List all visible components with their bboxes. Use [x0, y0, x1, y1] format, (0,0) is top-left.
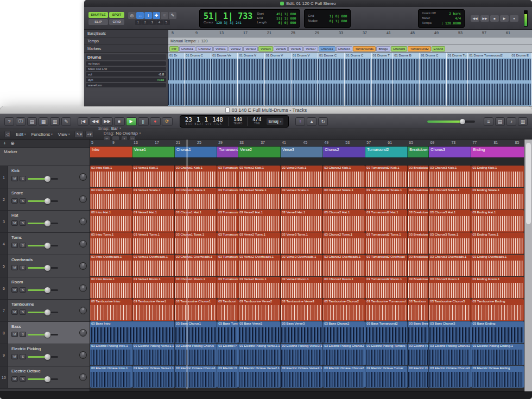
- toolbar-icon[interactable]: ▤: [27, 117, 37, 126]
- region[interactable]: 03 Tambourine Ending: [471, 299, 524, 321]
- track-volume-slider[interactable]: [28, 267, 58, 269]
- region[interactable]: 03 Intro Snare.1: [90, 188, 132, 210]
- region[interactable]: 03 Intro Kick.1: [90, 166, 132, 187]
- left-click-tool-selector[interactable]: ↖▾: [74, 131, 84, 138]
- solo-button[interactable]: S: [20, 176, 26, 181]
- zoom-preset-1-button[interactable]: 1: [135, 20, 142, 25]
- session-setup-box[interactable]: Count Off2 barsMeter4/4Tempo♩ 120.0000: [418, 9, 465, 28]
- region[interactable]: 03 Chorus1 Toms.1: [175, 232, 217, 254]
- inspector-icon[interactable]: ⓘ: [16, 117, 26, 126]
- edit-mode-slip-button[interactable]: SLIP: [88, 19, 108, 25]
- region[interactable]: 03 Turnaround2 Toms.1: [365, 232, 408, 254]
- pt-marker-verse5[interactable]: Verse5: [274, 46, 288, 52]
- pt-rewind-icon[interactable]: ◀◀: [471, 15, 479, 22]
- track-header-hat[interactable]: 3HatMS: [0, 211, 90, 233]
- region[interactable]: 03 Chorus3 Snare.1: [429, 188, 471, 210]
- region[interactable]: 03 Chorus2 Kick.1: [323, 166, 365, 187]
- solo-button[interactable]: S: [20, 265, 26, 270]
- edit-mode-spot-button[interactable]: SPOT: [109, 12, 124, 18]
- arrangement-section-chorus2[interactable]: Chorus2: [323, 147, 365, 157]
- track-output[interactable]: Main Out L/R: [88, 67, 107, 71]
- metronome-icon[interactable]: ▲: [307, 117, 316, 126]
- mute-button[interactable]: M: [11, 376, 18, 382]
- region[interactable]: 03 Chorus1 Snare.1: [175, 188, 217, 210]
- region[interactable]: 03 Turnaround2 Kick.1: [365, 166, 408, 187]
- region[interactable]: 03 Verse3 Room.1: [281, 277, 323, 299]
- region[interactable]: 03 Verse1 Room.1: [132, 277, 175, 299]
- arrangement-section-verse3[interactable]: Verse3: [281, 147, 323, 157]
- arrangement-section-verse1[interactable]: Verse1: [132, 147, 175, 157]
- region[interactable]: 03 Electric Picking Chorus: [175, 344, 217, 365]
- track-header-room[interactable]: 6RoomMS: [0, 277, 90, 300]
- region[interactable]: 03 Electric Octave Verse2.1: [238, 366, 281, 388]
- volume-knob[interactable]: [45, 354, 50, 360]
- playhead[interactable]: [187, 140, 187, 389]
- pt-marker-verse7[interactable]: Verse7: [303, 46, 318, 52]
- region[interactable]: 03 Electric Octave Verse3.1: [281, 366, 323, 388]
- pan-knob[interactable]: [79, 173, 87, 181]
- mute-button[interactable]: M: [11, 265, 18, 270]
- region[interactable]: 03 Verse2 Hat.1: [238, 210, 281, 232]
- region[interactable]: 03 Tambourine Chorus1: [175, 299, 217, 321]
- track-header-electric-picking[interactable]: 9Electric PickingMS: [0, 344, 90, 366]
- volume-knob[interactable]: [45, 332, 50, 338]
- track-volume-slider[interactable]: [28, 200, 58, 202]
- region[interactable]: 03 Turnaroun: [217, 255, 238, 276]
- mute-button[interactable]: M: [11, 176, 18, 181]
- arrangement-section-breakdown[interactable]: Breakdown: [408, 147, 429, 157]
- solo-button[interactable]: S: [20, 309, 26, 315]
- track-volume-slider[interactable]: [28, 245, 58, 246]
- pt-marker-verse1[interactable]: Verse1: [213, 46, 228, 52]
- edit-mode-grid-button[interactable]: GRID: [109, 19, 124, 25]
- region[interactable]: 03 Electric Octave Intro.1: [90, 366, 132, 388]
- region[interactable]: 03 Ending Room.1: [471, 277, 524, 299]
- track-volume-slider[interactable]: [28, 334, 58, 335]
- duplicate-track-button[interactable]: ⊕: [10, 141, 15, 146]
- track-volume-slider[interactable]: [28, 178, 58, 180]
- cycle-button[interactable]: ⟳: [162, 117, 173, 126]
- track-volume-slider[interactable]: [28, 356, 58, 358]
- region[interactable]: 03 Chorus3 Toms.1: [429, 232, 471, 254]
- track-header-kick[interactable]: 1KickMS: [0, 166, 90, 188]
- stop-button[interactable]: ■: [114, 117, 125, 126]
- region[interactable]: 03 Ending Toms.1: [471, 232, 524, 254]
- region[interactable]: 03 Ending Hat.1: [471, 210, 524, 232]
- pt-forward-icon[interactable]: ▶▶: [480, 15, 489, 22]
- region[interactable]: 03 Breakdow: [408, 166, 429, 187]
- region[interactable]: 03 Verse1 Kick.1: [132, 166, 175, 187]
- region[interactable]: 03 Electric Octave Verse1.1: [132, 366, 175, 388]
- arrangement-section-chorus3[interactable]: Chorus3: [429, 147, 471, 157]
- region[interactable]: 03 Chorus2 Snare.1: [323, 188, 365, 210]
- count-in-icon[interactable]: ↻: [318, 117, 328, 126]
- region[interactable]: 03 Turnaround2 Hat.1: [365, 210, 408, 232]
- automation-mode[interactable]: read: [157, 78, 164, 81]
- vol-value[interactable]: -8.8: [159, 73, 164, 76]
- mute-button[interactable]: M: [11, 220, 18, 226]
- pt-marker-verse4[interactable]: Verse4: [258, 46, 273, 52]
- menu-edit[interactable]: Edit▾: [16, 132, 26, 137]
- pan-knob[interactable]: [79, 218, 87, 225]
- region[interactable]: 03 Ending Kick.1: [471, 166, 524, 187]
- audio-region[interactable]: 01 Drums Tu: [447, 53, 468, 106]
- region[interactable]: 03 Tambourine Chorus3: [429, 299, 471, 321]
- region[interactable]: 03 Intro Hat.1: [90, 210, 132, 232]
- zoom-preset-2-button[interactable]: 2: [142, 20, 149, 25]
- region[interactable]: 03 Chorus3 Overheads.1: [429, 255, 471, 276]
- region[interactable]: 03 Verse2 Snare.1: [238, 188, 281, 210]
- arrangement-section-ending[interactable]: Ending: [471, 147, 524, 157]
- region[interactable]: 03 Ending Overheads.1: [471, 255, 524, 276]
- quick-help-icon[interactable]: ?: [4, 117, 14, 126]
- scrub-tool-icon[interactable]: ≈: [161, 12, 168, 19]
- zoom-preset-3-button[interactable]: 3: [149, 20, 156, 25]
- apple-loops-icon[interactable]: ♪: [506, 117, 516, 126]
- record-button[interactable]: ●: [150, 117, 161, 126]
- pencil-tool-icon[interactable]: ✎: [169, 12, 176, 19]
- region[interactable]: 03 Bass Verse3: [281, 321, 323, 343]
- region[interactable]: 03 Turnaround2 Room.1: [365, 277, 408, 299]
- pt-stop-icon[interactable]: ■: [490, 15, 499, 22]
- command-click-tool-selector[interactable]: +▾: [85, 131, 93, 138]
- pan-knob[interactable]: [79, 284, 87, 292]
- play-button[interactable]: ▶: [126, 117, 137, 126]
- pt-marker-chorus1[interactable]: Chorus1: [179, 46, 196, 52]
- vertical-scrollbar[interactable]: [524, 140, 532, 391]
